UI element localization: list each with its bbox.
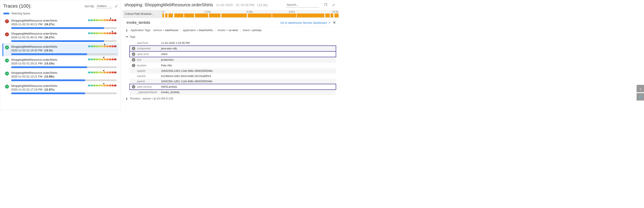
application-tags-row: ❯ Application Tags: service = warehousea… [123, 27, 339, 33]
chevron-right-icon[interactable]: ❯ [126, 29, 128, 32]
tag-row: parent1b54155c-1d51-11eb-9d8c-0640255034… [130, 79, 336, 84]
application-tags-label: Application Tags: [130, 29, 151, 32]
tag-key: parent [137, 80, 161, 83]
detail-date: 11-02-2020 [216, 3, 233, 7]
trace-item[interactable]: !ShoppingWebResource.orderShirts2020-11-… [2, 30, 118, 43]
application-tag: cluster = us-west [218, 29, 240, 32]
trace-meta: 2020-11-02 01:13:21 PM (12.88s) [11, 75, 117, 78]
tag-value: java-aws-sdk, [161, 47, 178, 50]
tag-key: component [137, 47, 161, 50]
add-tag-button[interactable]: + [132, 52, 135, 56]
detail-duration: (13.3s) [257, 3, 268, 7]
search-input[interactable] [286, 2, 319, 7]
legend-label: Matching Spans [12, 12, 30, 15]
success-icon: ✓ [5, 45, 9, 49]
close-icon[interactable]: ✕ [333, 20, 336, 25]
timeline: Critical Path Breakdo… 03.32s6.65s9.97s1… [123, 10, 339, 18]
tag-value: b124b0cd-c082-40c6-b468-1621fca65f1d [161, 75, 211, 78]
traces-title: Traces (100): [3, 3, 32, 9]
trace-meta: 2020-11-02 01:20:21 PM (13.23s) [11, 62, 117, 65]
tag-value: production [161, 58, 174, 61]
traces-panel: Traces (100): Sort By: Outliers ⌄ ⤢ Matc… [0, 0, 121, 110]
detail-time: 01:19:33 PM [236, 3, 254, 7]
tag-value: 11-02-2020 1:19:35 PM [161, 41, 190, 45]
trace-meta: 2020-11-02 01:43:21 PM (16.27s) [11, 23, 117, 26]
application-tag: shard = primary [242, 29, 264, 32]
tag-key: peer.service [137, 85, 161, 88]
heat-map: ▼ [88, 58, 116, 60]
tag-value: 1b54155c-1d51-11eb-9d8c-06402550348c [161, 80, 213, 83]
chevron-down-icon[interactable]: ❯ [126, 35, 128, 38]
tag-value: 1b54155d-1d51-11eb-9d8c-06402550348c [161, 69, 213, 72]
tag-row: spanId1b54155d-1d51-11eb-9d8c-0640255034… [130, 68, 336, 74]
tag-value: client [161, 53, 167, 56]
chevron-right-icon[interactable]: ❯ [126, 97, 128, 100]
tag-value: AWSLambda [161, 85, 177, 88]
tag-key: startTime [137, 41, 161, 45]
error-icon: ! [5, 32, 9, 36]
tag-key: location [137, 64, 161, 67]
tag-row: +envproduction [130, 57, 336, 63]
span-duration-bar [11, 66, 117, 68]
tag-key: env [137, 58, 161, 61]
heat-map: ▼ [88, 19, 116, 21]
tags-label: Tags [130, 35, 135, 38]
success-icon: ✓ [5, 85, 9, 89]
add-tag-button[interactable]: + [132, 58, 135, 62]
trace-list: !ShoppingWebResource.orderShirts2020-11-… [0, 17, 121, 96]
sort-by-label: Sort By: [84, 4, 94, 8]
external-link-icon: ↗ [328, 21, 330, 24]
span-duration-bar [11, 40, 117, 42]
trace-meta: 2020-11-02 01:17:24 PM (12.87s) [11, 88, 117, 91]
add-tag-button[interactable]: + [132, 85, 135, 89]
tag-value: invoke_lambda [161, 91, 179, 94]
tag-key: traceId [137, 75, 161, 78]
timeline-label: Critical Path Breakdo… [123, 10, 162, 18]
heat-map: ▼ [88, 72, 116, 73]
application-tag: application = beachshirts [183, 29, 215, 32]
trace-item[interactable]: ✓ShoppingWebResource.orderShirts2020-11-… [2, 82, 118, 96]
success-icon: ✓ [5, 58, 9, 62]
span-duration-bar [11, 53, 117, 55]
detail-panel: shopping: ShoppingWebResource.orderShirt… [123, 0, 339, 110]
process-row: ❯ Process: source = ip-10-254-0-228 [123, 95, 339, 102]
span-duration-bar [11, 79, 117, 81]
trace-item[interactable]: !ShoppingWebResource.orderShirts2020-11-… [2, 17, 118, 30]
heat-map: ▼ [88, 85, 116, 86]
trace-item[interactable]: ✓ShoppingWebResource.orderShirts2020-11-… [2, 43, 118, 56]
detail-title: shopping: ShoppingWebResource.orderShirt… [124, 2, 213, 7]
span-name: invoke_lambda [126, 21, 150, 24]
tag-key: _operationName [137, 91, 161, 94]
tag-row: _operationNameinvoke_lambda [130, 90, 336, 95]
add-tag-button[interactable]: + [132, 64, 135, 67]
tag-row: +span.kindclient [130, 51, 336, 57]
tag-key: span.kind [137, 53, 161, 56]
tag-value: Palo-Alto [161, 64, 172, 67]
expand-icon[interactable]: ⤢ [115, 4, 118, 8]
error-icon: ! [5, 19, 9, 23]
span-duration-bar [11, 27, 117, 29]
trace-meta: 2020-11-02 01:19:33 PM (13.3s) [11, 49, 117, 52]
sort-select[interactable]: Outliers [96, 4, 112, 8]
restore-icon[interactable]: ❐ [324, 3, 327, 7]
heat-map: ▼ [88, 45, 116, 47]
service-dashboard-link[interactable]: Go to warehouse Service Dashboard ↗ [280, 21, 330, 24]
critical-path-bar[interactable] [162, 13, 338, 17]
legend-swatch [3, 13, 9, 14]
add-tag-button[interactable]: + [132, 47, 135, 50]
application-tag: service = warehouse [153, 29, 180, 32]
tag-row: +componentjava-aws-sdk, [130, 46, 336, 51]
trace-item[interactable]: ✓ShoppingWebResource.orderShirts2020-11-… [2, 69, 118, 82]
expand-icon[interactable]: ⤢ [332, 3, 335, 7]
heat-map: ▼ [88, 32, 116, 34]
trace-item[interactable]: ✓ShoppingWebResource.orderShirts2020-11-… [2, 56, 118, 69]
tag-row: +peer.serviceAWSLambda [130, 84, 336, 90]
span-duration-bar [11, 92, 117, 94]
tag-row: traceIdb124b0cd-c082-40c6-b468-1621fca65… [130, 74, 336, 79]
process-label: Process: [130, 97, 141, 100]
success-icon: ✓ [5, 72, 9, 75]
timeline-ticks: 03.32s6.65s9.97s13.3s [162, 10, 339, 13]
tags-table: startTime11-02-2020 1:19:35 PM+component… [130, 40, 336, 95]
tag-key: spanId [137, 69, 161, 72]
tag-row: startTime11-02-2020 1:19:35 PM [130, 40, 336, 46]
